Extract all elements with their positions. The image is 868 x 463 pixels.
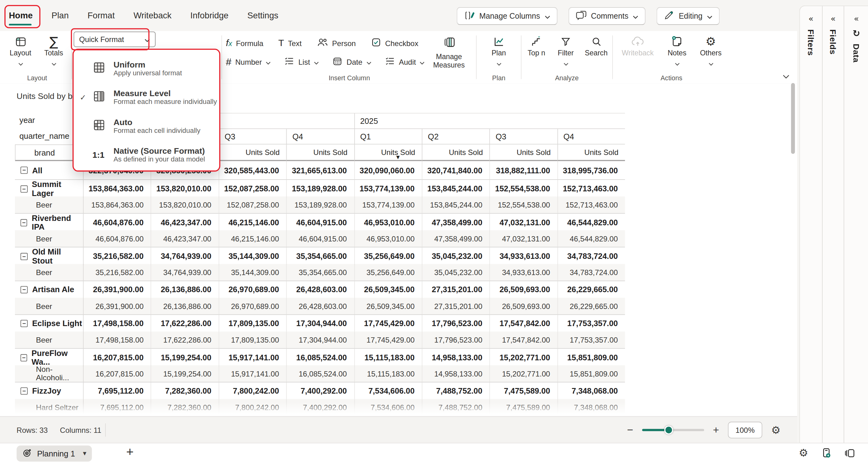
refresh-icon[interactable]: ↻ <box>844 28 868 39</box>
table-row[interactable]: −FizzJoy7,695,112.007,282,360.007,800,24… <box>15 382 625 399</box>
value-cell[interactable]: 153,845,244.00 <box>422 180 490 197</box>
value-cell[interactable]: 17,622,286.00 <box>151 331 218 348</box>
value-cell[interactable]: 26,136,886.00 <box>151 281 218 298</box>
value-cell[interactable]: 34,933,613.00 <box>490 247 557 265</box>
value-cell[interactable]: 35,144,309.00 <box>218 247 286 265</box>
quarter-header-cell[interactable]: Q1 <box>354 129 422 144</box>
collapse-row-icon[interactable]: − <box>21 354 27 361</box>
value-cell[interactable]: 7,282,360.00 <box>151 382 218 399</box>
value-cell[interactable]: 26,391,900.00 <box>83 298 151 314</box>
row-header-cell[interactable]: −PureFlow Wa... <box>15 349 83 367</box>
table-row-child[interactable]: Non-Alcoholi...16,207,815.0015,199,254.0… <box>15 365 625 382</box>
value-cell[interactable]: 7,282,360.00 <box>151 399 218 415</box>
value-cell[interactable]: 14,958,133.00 <box>422 349 490 367</box>
units-sold-header-cell[interactable]: Units Sold <box>557 144 625 161</box>
quarter-header-cell[interactable]: Q2 <box>422 129 490 144</box>
value-cell[interactable]: 35,216,582.00 <box>83 247 151 265</box>
value-cell[interactable]: 17,498,158.00 <box>83 331 151 348</box>
value-cell[interactable]: 7,534,606.00 <box>354 399 422 415</box>
zoom-slider-thumb[interactable] <box>664 426 673 434</box>
search-button[interactable]: Search <box>581 35 611 63</box>
value-cell[interactable]: 7,695,112.00 <box>83 399 151 415</box>
table-row-child[interactable]: Beer26,391,900.0026,136,886.0026,970,689… <box>15 298 625 314</box>
row-header-cell[interactable]: −Summit Lager <box>15 180 83 197</box>
value-cell[interactable]: 26,509,345.00 <box>354 281 422 298</box>
quarter-header-cell[interactable]: Q4 <box>557 129 625 144</box>
value-cell[interactable]: 14,958,133.00 <box>422 365 490 382</box>
value-cell[interactable]: 46,423,347.00 <box>151 214 218 232</box>
value-cell[interactable]: 15,851,809.00 <box>557 365 625 382</box>
layout-button[interactable]: Layout <box>6 35 35 63</box>
text-column-button[interactable]: T Text <box>278 37 302 49</box>
menu-item-native-source-format-[interactable]: 1:1Native (Source Format)As defined in y… <box>74 141 219 169</box>
table-row[interactable]: −Eclipse Light17,498,158.0017,622,286.00… <box>15 314 625 331</box>
units-sold-header-cell[interactable]: Units Sold▼ <box>354 144 422 161</box>
units-sold-header-cell[interactable]: Units Sold <box>286 144 354 161</box>
settings-gear-icon[interactable]: ⚙ <box>799 446 808 459</box>
value-cell[interactable]: 26,428,603.00 <box>286 281 354 298</box>
year-group-cell-2025[interactable]: 2025 <box>354 113 625 129</box>
value-cell[interactable]: 26,509,345.00 <box>354 298 422 314</box>
tab-settings[interactable]: Settings <box>247 10 279 21</box>
value-cell[interactable]: 320,741,840.00 <box>422 161 490 180</box>
checkbox-column-button[interactable]: Checkbox <box>371 37 418 49</box>
data-panel-label[interactable]: Data <box>852 44 861 63</box>
value-cell[interactable]: 7,534,606.00 <box>354 382 422 399</box>
value-cell[interactable]: 153,820,010.00 <box>151 196 218 213</box>
value-cell[interactable]: 7,695,112.00 <box>83 382 151 399</box>
grid-settings-gear-icon[interactable]: ⚙ <box>771 424 780 436</box>
value-cell[interactable]: 46,953,010.00 <box>354 214 422 232</box>
value-cell[interactable]: 16,085,524.00 <box>286 365 354 382</box>
table-row-child[interactable]: Beer17,498,158.0017,622,286.0017,809,135… <box>15 331 625 348</box>
value-cell[interactable]: 46,215,146.00 <box>218 214 286 232</box>
value-cell[interactable]: 15,199,254.00 <box>151 365 218 382</box>
value-cell[interactable]: 46,604,876.00 <box>83 214 151 232</box>
table-row-child[interactable]: Beer46,604,876.0046,423,347.0046,215,146… <box>15 230 625 247</box>
totals-button[interactable]: ∑ Totals <box>39 35 69 63</box>
units-sold-header-cell[interactable]: Units Sold <box>490 144 557 161</box>
value-cell[interactable]: 26,391,900.00 <box>83 281 151 298</box>
row-header-cell[interactable]: −Eclipse Light <box>15 315 83 331</box>
menu-item-auto[interactable]: AutoFormat each cell individually <box>74 112 219 140</box>
formula-button[interactable]: fx Formula <box>226 37 264 49</box>
value-cell[interactable]: 46,604,876.00 <box>83 230 151 247</box>
quarter-header-cell[interactable]: Q3 <box>218 129 286 144</box>
collapse-row-icon[interactable]: − <box>21 387 28 394</box>
value-cell[interactable]: 46,423,347.00 <box>151 230 218 247</box>
value-cell[interactable]: 17,745,429.00 <box>354 315 422 331</box>
value-cell[interactable]: 17,547,842.00 <box>490 315 557 331</box>
value-cell[interactable]: 152,087,258.00 <box>218 196 286 213</box>
value-cell[interactable]: 16,207,815.00 <box>83 365 151 382</box>
value-cell[interactable]: 17,547,842.00 <box>490 331 557 348</box>
ribbon-collapse-chevron[interactable] <box>783 71 789 81</box>
value-cell[interactable]: 17,796,523.00 <box>422 331 490 348</box>
manage-measures-button[interactable]: Manage Measures <box>425 35 473 69</box>
value-cell[interactable]: 7,400,292.00 <box>286 382 354 399</box>
value-cell[interactable]: 7,348,068.00 <box>557 382 625 399</box>
value-cell[interactable]: 35,144,309.00 <box>218 264 286 280</box>
tab-format[interactable]: Format <box>88 10 115 21</box>
value-cell[interactable]: 17,745,429.00 <box>354 331 422 348</box>
value-cell[interactable]: 46,604,915.00 <box>286 230 354 247</box>
value-cell[interactable]: 47,032,131.00 <box>490 230 557 247</box>
value-cell[interactable]: 7,488,752.00 <box>422 382 490 399</box>
value-cell[interactable]: 15,917,141.00 <box>218 349 286 367</box>
value-cell[interactable]: 34,933,613.00 <box>490 264 557 280</box>
row-category-cell[interactable]: Non-Alcoholi... <box>15 365 83 382</box>
value-cell[interactable]: 47,032,131.00 <box>490 214 557 232</box>
expand-panel-icon[interactable]: « <box>844 14 868 24</box>
value-cell[interactable]: 153,864,363.00 <box>83 196 151 213</box>
sheet-dropdown-icon[interactable]: ▼ <box>83 451 87 456</box>
value-cell[interactable]: 35,354,665.00 <box>286 264 354 280</box>
value-cell[interactable]: 16,207,815.00 <box>83 349 151 367</box>
value-cell[interactable]: 35,256,649.00 <box>354 264 422 280</box>
value-cell[interactable]: 153,189,928.00 <box>286 180 354 197</box>
value-cell[interactable]: 318,995,736.00 <box>557 161 625 180</box>
table-row-child[interactable]: Beer35,216,582.0034,764,939.0035,144,309… <box>15 264 625 280</box>
value-cell[interactable]: 35,216,582.00 <box>83 264 151 280</box>
value-cell[interactable]: 47,358,499.00 <box>422 230 490 247</box>
value-cell[interactable]: 46,544,829.00 <box>557 230 625 247</box>
zoom-level-box[interactable]: 100% <box>728 422 762 438</box>
row-header-cell[interactable]: −Old Mill Stout <box>15 247 83 265</box>
fields-panel-label[interactable]: Fields <box>829 29 838 55</box>
